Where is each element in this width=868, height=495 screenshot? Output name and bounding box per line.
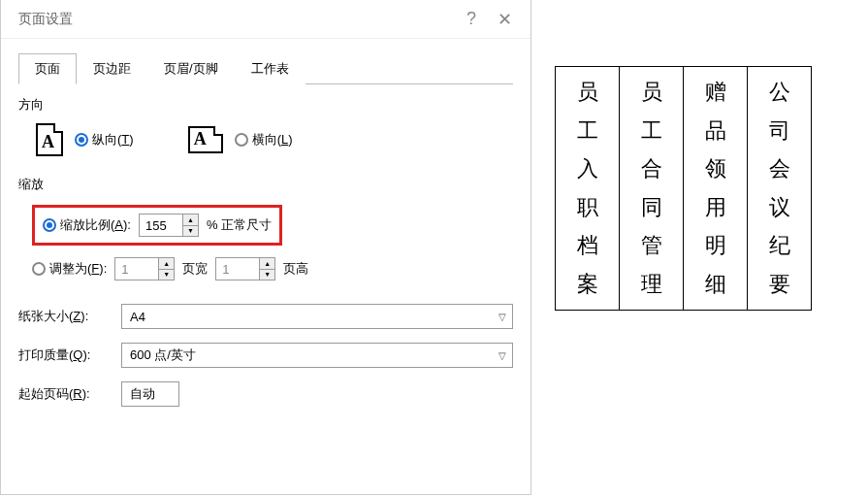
preview-char: 工	[556, 112, 619, 150]
preview-char: 领	[684, 149, 747, 188]
adjust-to-radio[interactable]: 缩放比例(A):	[43, 216, 131, 234]
preview-char: 工	[620, 112, 683, 150]
table-cell: 公司会议纪要	[748, 67, 812, 311]
preview-char: 职	[556, 188, 619, 227]
print-quality-select[interactable]: 600 点/英寸 ▽	[121, 343, 513, 368]
print-quality-row: 打印质量(Q): 600 点/英寸 ▽	[18, 343, 513, 368]
preview-char: 合	[620, 149, 683, 188]
fit-to-radio[interactable]: 调整为(F):	[32, 260, 107, 278]
paper-size-label: 纸张大小(Z):	[18, 308, 112, 325]
tab-strip: 页面 页边距 页眉/页脚 工作表	[18, 52, 513, 84]
scaling-label: 缩放	[18, 176, 513, 193]
preview-char: 入	[556, 149, 619, 188]
orientation-label: 方向	[18, 96, 513, 114]
spin-down-icon[interactable]: ▼	[259, 270, 274, 280]
preview-char: 员	[556, 73, 619, 112]
preview-char: 用	[684, 188, 747, 227]
portrait-icon: A	[36, 123, 63, 156]
chevron-down-icon: ▽	[498, 312, 506, 322]
scaling-group: 缩放 缩放比例(A): ▲▼ % 正常尺寸 调整为	[18, 176, 513, 286]
paper-size-value: A4	[130, 310, 145, 324]
preview-char: 细	[684, 265, 747, 304]
preview-char: 要	[748, 265, 811, 304]
radio-indicator	[75, 133, 88, 147]
tab-sheet[interactable]: 工作表	[235, 53, 305, 84]
paper-size-select[interactable]: A4 ▽	[121, 304, 513, 329]
table-cell: 员工入职档案	[556, 67, 620, 311]
preview-char: 员	[620, 73, 683, 112]
tab-margins[interactable]: 页边距	[77, 53, 147, 84]
preview-char: 司	[748, 112, 811, 150]
fit-to-label: 调整为(F):	[49, 260, 107, 278]
preview-char: 公	[748, 73, 811, 112]
landscape-radio[interactable]: 横向(L)	[235, 131, 293, 148]
spin-down-icon[interactable]: ▼	[182, 226, 198, 237]
preview-char: 同	[620, 188, 683, 227]
chevron-down-icon: ▽	[498, 350, 506, 361]
adjust-to-row: 缩放比例(A): ▲▼ % 正常尺寸	[18, 199, 513, 251]
first-page-input[interactable]	[121, 381, 179, 407]
radio-indicator	[32, 262, 46, 276]
titlebar: 页面设置 ? ✕	[1, 0, 530, 39]
page-setup-dialog: 页面设置 ? ✕ 页面 页边距 页眉/页脚 工作表 方向 A 纵向(T) A 横…	[0, 0, 531, 495]
print-quality-label: 打印质量(Q):	[18, 346, 112, 364]
fit-height-spinner[interactable]: ▲▼	[215, 257, 275, 280]
portrait-radio[interactable]: 纵向(T)	[75, 131, 134, 148]
spin-up-icon[interactable]: ▲	[259, 258, 274, 270]
fit-width-input[interactable]	[115, 258, 158, 280]
adjust-to-label: 缩放比例(A):	[60, 216, 131, 234]
radio-indicator	[235, 133, 248, 147]
table-cell: 员工合同管理	[620, 67, 684, 311]
fit-to-row: 调整为(F): ▲▼ 页宽 ▲▼ 页高	[18, 251, 513, 286]
landscape-label: 横向(L)	[252, 131, 293, 148]
tab-page[interactable]: 页面	[18, 53, 77, 84]
preview-table: 员工入职档案 员工合同管理 赠品领用明细 公司会议纪要	[555, 66, 812, 311]
preview-char: 档	[556, 226, 619, 265]
tab-header-footer[interactable]: 页眉/页脚	[147, 53, 235, 84]
print-preview: 员工入职档案 员工合同管理 赠品领用明细 公司会议纪要	[555, 66, 812, 311]
preview-char: 管	[620, 226, 683, 265]
portrait-label: 纵向(T)	[92, 131, 134, 148]
fit-width-spinner[interactable]: ▲▼	[114, 257, 175, 280]
first-page-row: 起始页码(R):	[18, 381, 513, 407]
fit-height-input[interactable]	[216, 258, 259, 280]
preview-char: 赠	[684, 73, 747, 112]
preview-char: 议	[748, 188, 811, 227]
print-quality-value: 600 点/英寸	[130, 346, 196, 364]
adjust-highlight: 缩放比例(A): ▲▼ % 正常尺寸	[32, 205, 282, 246]
preview-char: 纪	[748, 226, 811, 265]
adjust-to-spinner[interactable]: ▲▼	[139, 214, 199, 237]
fit-height-suffix: 页高	[283, 260, 308, 278]
close-icon[interactable]: ✕	[488, 9, 521, 30]
radio-indicator	[43, 218, 56, 232]
adjust-to-input[interactable]	[140, 214, 182, 236]
preview-char: 会	[748, 149, 811, 188]
landscape-icon: A	[188, 126, 223, 153]
adjust-suffix: % 正常尺寸	[207, 216, 272, 234]
table-cell: 赠品领用明细	[684, 67, 748, 311]
preview-char: 品	[684, 112, 747, 150]
spin-up-icon[interactable]: ▲	[182, 214, 198, 226]
first-page-label: 起始页码(R):	[18, 385, 112, 403]
dialog-content: 页面 页边距 页眉/页脚 工作表 方向 A 纵向(T) A 横向(L) 缩放	[1, 39, 530, 434]
dialog-title: 页面设置	[18, 11, 455, 28]
preview-char: 案	[556, 265, 619, 304]
help-icon[interactable]: ?	[455, 9, 488, 29]
orientation-group: A 纵向(T) A 横向(L)	[18, 119, 513, 176]
paper-size-row: 纸张大小(Z): A4 ▽	[18, 304, 513, 329]
fit-width-suffix: 页宽	[182, 260, 208, 278]
spin-down-icon[interactable]: ▼	[158, 270, 174, 280]
spin-up-icon[interactable]: ▲	[158, 258, 174, 270]
preview-char: 理	[620, 265, 683, 304]
preview-char: 明	[684, 226, 747, 265]
